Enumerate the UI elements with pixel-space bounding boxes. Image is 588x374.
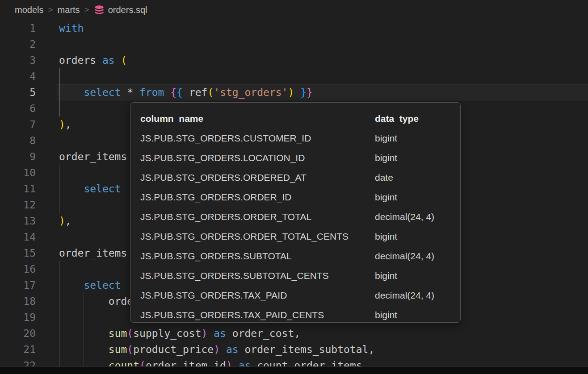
line-number-20[interactable]: 20 [0,325,59,341]
code-text [59,36,588,52]
line-number-9[interactable]: 9 [0,149,59,165]
code-line-4[interactable]: 4 [0,68,588,84]
line-number-2[interactable]: 2 [0,36,59,52]
popup-header-row: column_name data_type [130,109,460,129]
popup-cell-data-type: decimal(24, 4) [375,212,450,222]
code-line-20[interactable]: 20 sum(supply_cost) as order_cost, [0,325,588,341]
line-number-7[interactable]: 7 [0,116,59,133]
line-number-1[interactable]: 1 [0,20,59,36]
breadcrumb-separator-icon: > [84,5,89,15]
popup-row: JS.PUB.STG_ORDERS.ORDER_TOTAL_CENTSbigin… [130,227,460,246]
popup-header-data-type: data_type [375,113,450,124]
popup-cell-column-name: JS.PUB.STG_ORDERS.CUSTOMER_ID [140,133,375,144]
popup-cell-data-type: decimal(24, 4) [375,290,450,301]
popup-cell-data-type: bigint [375,192,450,203]
popup-header-column-name: column_name [140,113,375,124]
line-number-11[interactable]: 11 [0,181,59,197]
popup-cell-data-type: bigint [375,231,450,242]
code-line-1[interactable]: 1with [0,20,588,36]
popup-row: JS.PUB.STG_ORDERS.ORDERED_ATdate [130,168,460,187]
popup-cell-column-name: JS.PUB.STG_ORDERS.TAX_PAID [140,290,375,301]
code-line-3[interactable]: 3orders as ( [0,52,588,68]
editor-bottom-edge [0,366,588,374]
popup-row: JS.PUB.STG_ORDERS.LOCATION_IDbigint [130,148,460,168]
popup-row: JS.PUB.STG_ORDERS.CUSTOMER_IDbigint [130,129,460,148]
popup-row: JS.PUB.STG_ORDERS.SUBTOTALdecimal(24, 4) [130,246,460,266]
line-number-12[interactable]: 12 [0,197,59,213]
popup-cell-column-name: JS.PUB.STG_ORDERS.SUBTOTAL_CENTS [140,270,375,281]
popup-row: JS.PUB.STG_ORDERS.TAX_PAID_CENTSbigint [130,305,460,323]
line-number-16[interactable]: 16 [0,261,59,277]
popup-cell-column-name: JS.PUB.STG_ORDERS.ORDER_TOTAL_CENTS [140,231,375,242]
line-number-18[interactable]: 18 [0,293,59,309]
popup-row: JS.PUB.STG_ORDERS.ORDER_IDbigint [130,187,460,207]
line-number-15[interactable]: 15 [0,245,59,261]
popup-cell-data-type: date [375,172,450,183]
column-hover-popup: column_name data_type JS.PUB.STG_ORDERS.… [130,102,461,323]
code-text: orders as ( [59,52,588,68]
code-line-2[interactable]: 2 [0,36,588,52]
popup-cell-column-name: JS.PUB.STG_ORDERS.ORDER_TOTAL [140,212,375,222]
line-number-19[interactable]: 19 [0,309,59,325]
line-number-14[interactable]: 14 [0,229,59,245]
popup-cell-data-type: bigint [375,133,450,144]
line-number-4[interactable]: 4 [0,68,59,84]
popup-cell-data-type: bigint [375,310,450,320]
line-number-21[interactable]: 21 [0,341,59,357]
popup-row: JS.PUB.STG_ORDERS.ORDER_TOTALdecimal(24,… [130,207,460,227]
popup-cell-data-type: bigint [375,270,450,281]
popup-row: JS.PUB.STG_ORDERS.TAX_PAIDdecimal(24, 4) [130,286,460,305]
popup-cell-column-name: JS.PUB.STG_ORDERS.ORDER_ID [140,192,375,203]
breadcrumb-separator-icon: > [48,5,53,15]
line-number-6[interactable]: 6 [0,100,59,116]
breadcrumb-item-models[interactable]: models [15,5,43,15]
popup-cell-data-type: decimal(24, 4) [375,251,450,262]
breadcrumb-item-marts[interactable]: marts [58,5,80,15]
popup-row: JS.PUB.STG_ORDERS.SUBTOTAL_CENTSbigint [130,266,460,286]
popup-cell-data-type: bigint [375,153,450,163]
line-number-8[interactable]: 8 [0,133,59,149]
code-text: sum(supply_cost) as order_cost, [59,325,588,341]
code-text: select * from {{ ref('stg_orders') }} [59,84,588,100]
line-number-13[interactable]: 13 [0,213,59,229]
popup-cell-column-name: JS.PUB.STG_ORDERS.SUBTOTAL [140,251,375,262]
code-text [59,68,588,84]
popup-cell-column-name: JS.PUB.STG_ORDERS.LOCATION_ID [140,153,375,163]
line-number-5[interactable]: 5 [0,84,59,100]
code-text: sum(product_price) as order_items_subtot… [59,341,588,357]
line-number-3[interactable]: 3 [0,52,59,68]
popup-cell-column-name: JS.PUB.STG_ORDERS.ORDERED_AT [140,172,375,183]
breadcrumb: models > marts > orders.sql [0,0,588,20]
popup-cell-column-name: JS.PUB.STG_ORDERS.TAX_PAID_CENTS [140,310,375,320]
code-line-5[interactable]: 5 select * from {{ ref('stg_orders') }} [0,84,588,100]
database-icon [94,5,105,16]
breadcrumb-item-file[interactable]: orders.sql [94,5,147,16]
code-line-21[interactable]: 21 sum(product_price) as order_items_sub… [0,341,588,357]
line-number-10[interactable]: 10 [0,165,59,181]
line-number-17[interactable]: 17 [0,277,59,293]
code-text: with [59,20,588,36]
breadcrumb-file-label: orders.sql [108,5,147,15]
